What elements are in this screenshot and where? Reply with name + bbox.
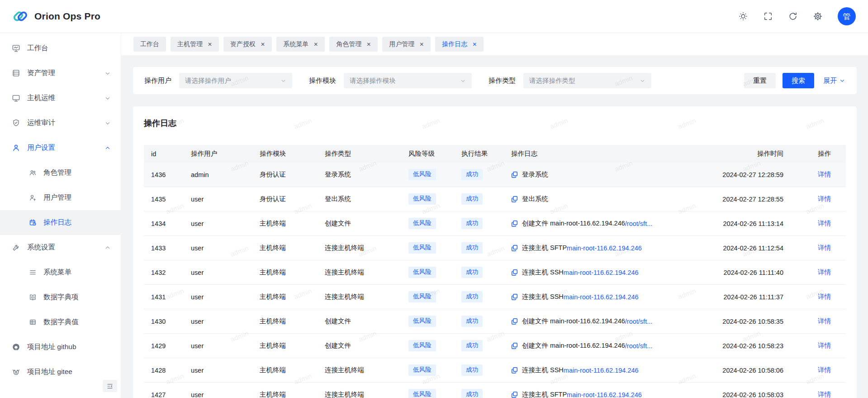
copy-icon[interactable] [511,293,518,300]
result-badge: 成功 [461,193,483,204]
cell-result: 成功 [461,340,511,351]
cell-log: 连接主机 SSH main-root-116.62.194.246 [511,293,677,301]
tab-chip[interactable]: 操作日志✕ [435,37,484,52]
tab-close-icon[interactable]: ✕ [208,42,212,47]
cell-log: 创建文件 main-root-116.62.194.246 /root/sft.… [511,317,677,326]
tab-chip[interactable]: 用户管理✕ [382,37,431,52]
copy-icon[interactable] [511,245,518,251]
cell-id: 1435 [144,196,191,203]
detail-link[interactable]: 详情 [818,244,831,251]
search-button[interactable]: 搜索 [783,73,814,88]
filter-select-operation-user[interactable]: 请选择操作用户 [179,73,292,88]
log-link[interactable]: /root/sft... [625,318,652,325]
log-link[interactable]: main-root-116.62.194.246 [567,245,642,252]
detail-link[interactable]: 详情 [818,342,831,349]
cell-action: 详情 [783,244,846,252]
chevron-down-icon [104,95,111,101]
cell-type: 创建文件 [325,219,408,228]
sidebar-item-assets[interactable]: 资产管理 [0,61,121,86]
result-badge: 成功 [461,291,483,302]
cell-module: 身份认证 [260,170,325,179]
copy-icon[interactable] [511,269,518,276]
refresh-icon[interactable] [788,11,798,21]
col-header-user: 操作用户 [191,149,260,158]
detail-link[interactable]: 详情 [818,317,831,325]
copy-icon[interactable] [511,171,518,178]
detail-link[interactable]: 详情 [818,391,831,398]
cell-time: 2024-02-26 10:58:03 [677,391,783,398]
cell-module: 主机终端 [260,244,325,252]
log-link[interactable]: main-root-116.62.194.246 [564,269,639,276]
logo-icon [12,8,28,24]
tab-label: 角色管理 [336,40,361,48]
cell-time: 2024-02-26 10:58:23 [677,342,783,350]
log-text: 连接主机 SFTP [522,244,567,252]
cell-time: 2024-02-26 10:58:35 [677,318,783,325]
filter-select-operation-type[interactable]: 请选择操作类型 [523,73,651,88]
log-link[interactable]: main-root-116.62.194.246 [564,293,639,301]
log-text: 创建文件 main-root-116.62.194.246 [522,219,625,228]
sidebar-item-operation-log[interactable]: 操作日志 [0,210,121,235]
sidebar-collapse-button[interactable] [103,380,117,392]
detail-link[interactable]: 详情 [818,293,831,300]
detail-link[interactable]: 详情 [818,220,831,227]
tab-close-icon[interactable]: ✕ [419,42,424,47]
result-badge: 成功 [461,340,483,351]
risk-badge: 低风险 [408,169,436,180]
copy-icon[interactable] [511,342,518,349]
log-link[interactable]: main-root-116.62.194.246 [564,367,639,374]
fullscreen-icon[interactable] [763,11,773,21]
tab-chip[interactable]: 系统菜单✕ [276,37,325,52]
sidebar-item-role-management[interactable]: 角色管理 [0,160,121,185]
tab-close-icon[interactable]: ✕ [261,42,265,47]
col-header-risk: 风险等级 [408,149,461,158]
expand-toggle[interactable]: 展开 [823,77,845,85]
tab-close-icon[interactable]: ✕ [472,42,477,47]
cell-result: 成功 [461,389,511,398]
sidebar-item-system-settings[interactable]: 系统设置 [0,235,121,260]
table-row: 1434user主机终端创建文件低风险成功创建文件 main-root-116.… [144,211,846,236]
filter-select-operation-module[interactable]: 请选择操作模块 [344,73,472,88]
copy-icon[interactable] [511,196,518,202]
tab-close-icon[interactable]: ✕ [313,42,318,47]
cell-action: 详情 [783,170,846,179]
table-row: 1435user身份认证登出系统低风险成功登出系统2024-02-27 12:2… [144,187,846,211]
detail-link[interactable]: 详情 [818,269,831,276]
sidebar-item-user-management[interactable]: 用户管理 [0,185,121,210]
sidebar-item-ops-audit[interactable]: 运维审计 [0,110,121,135]
log-link[interactable]: main-root-116.62.194.246 [567,391,642,398]
tab-chip[interactable]: 工作台 [133,37,166,52]
user-avatar[interactable]: 管 [838,7,856,25]
cell-risk: 低风险 [408,291,461,302]
sidebar-item-dict-value[interactable]: 数据字典值 [0,310,121,335]
tab-chip[interactable]: 资产授权✕ [223,37,272,52]
grid-table-icon [29,318,37,326]
log-link[interactable]: /root/sft... [625,342,652,350]
sidebar-item-user-settings[interactable]: 用户设置 [0,135,121,160]
copy-icon[interactable] [511,367,518,374]
copy-icon[interactable] [511,391,518,398]
detail-link[interactable]: 详情 [818,171,831,178]
cell-module: 身份认证 [260,195,325,203]
sidebar-item-system-menu[interactable]: 系统菜单 [0,260,121,285]
detail-link[interactable]: 详情 [818,195,831,202]
tab-chip[interactable]: 主机管理✕ [171,37,219,52]
copy-icon[interactable] [511,220,518,227]
copy-icon[interactable] [511,318,518,325]
tab-chip[interactable]: 角色管理✕ [329,37,378,52]
sidebar-item-dict-item[interactable]: 数据字典项 [0,285,121,310]
settings-icon[interactable] [813,11,823,21]
cell-type: 登出系统 [325,195,408,203]
sidebar-item-workbench[interactable]: 工作台 [0,36,121,61]
tab-close-icon[interactable]: ✕ [366,42,371,47]
cell-action: 详情 [783,219,846,228]
result-badge: 成功 [461,218,483,229]
detail-link[interactable]: 详情 [818,366,831,374]
sidebar-item-host-ops[interactable]: 主机运维 [0,86,121,110]
chevron-down-icon [104,70,111,77]
log-link[interactable]: /root/sft... [625,220,652,227]
sidebar-item-github-link[interactable]: 项目地址 github [0,335,121,360]
reset-button[interactable]: 重置 [744,73,776,88]
top-actions: 管 [738,7,856,25]
theme-icon[interactable] [738,11,748,21]
